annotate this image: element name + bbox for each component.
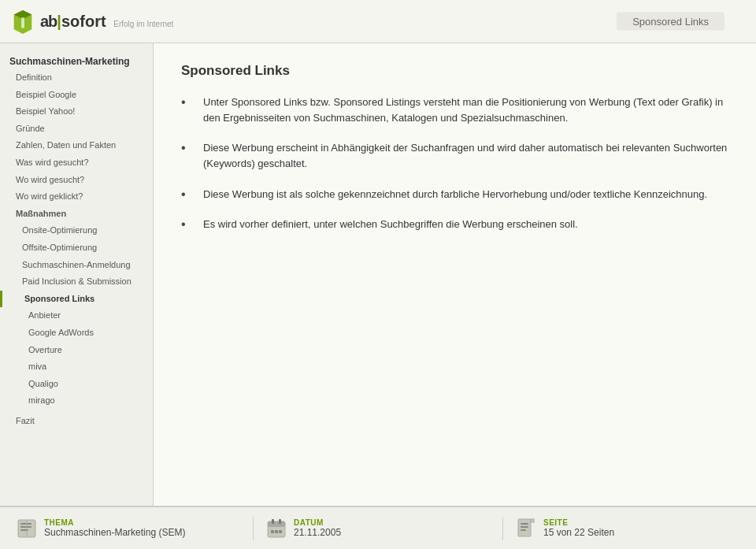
svg-rect-2	[21, 17, 24, 28]
sidebar-item-google-adwords[interactable]: Google AdWords	[0, 325, 153, 342]
footer-datum: Datum 21.11.2005	[265, 517, 491, 540]
svg-rect-10	[272, 519, 274, 524]
logo-text: ab|sofort Erfolg im Internet	[40, 13, 173, 31]
footer-datum-icon	[265, 517, 287, 540]
footer-datum-label: Datum	[294, 518, 341, 527]
sidebar-item-mirago[interactable]: mirago	[0, 392, 153, 410]
bullet-dot-2: •	[181, 142, 195, 154]
list-item: • Diese Werbung ist als solche gekennzei…	[181, 187, 728, 202]
footer-seite-icon	[515, 517, 537, 540]
footer-thema-icon	[16, 517, 38, 540]
content-title: Sponsored Links	[181, 63, 728, 79]
sidebar-item-anbieter[interactable]: Anbieter	[0, 307, 153, 325]
sidebar-item-gruende[interactable]: Gründe	[0, 121, 153, 138]
sidebar-item-definition[interactable]: Definition	[0, 69, 153, 87]
sidebar: Suchmaschinen-Marketing Definition Beisp…	[0, 43, 154, 506]
svg-rect-4	[20, 523, 32, 525]
svg-rect-5	[20, 526, 32, 528]
sidebar-item-wo-gesucht[interactable]: Wo wird gesucht?	[0, 172, 153, 189]
footer-seite: Seite 15 von 22 Seiten	[515, 517, 740, 540]
footer-datum-labels: Datum 21.11.2005	[294, 518, 341, 538]
content-area: Sponsored Links • Unter Sponsored Links …	[154, 43, 756, 506]
header-title: Sponsored Links	[617, 13, 724, 31]
footer-divider-2	[502, 517, 503, 540]
sidebar-item-fazit[interactable]: Fazit	[0, 413, 153, 430]
list-item: • Es wird vorher definiert, unter welche…	[181, 217, 728, 232]
footer-thema-value: Suchmaschinen-Marketing (SEM)	[44, 527, 185, 538]
footer-thema-labels: Thema Suchmaschinen-Marketing (SEM)	[44, 518, 185, 538]
svg-rect-14	[279, 530, 282, 533]
svg-rect-13	[275, 530, 278, 533]
footer-thema-label: Thema	[44, 518, 185, 527]
bullet-dot-1: •	[181, 96, 195, 109]
svg-rect-17	[521, 526, 528, 528]
sidebar-item-was-gesucht[interactable]: Was wird gesucht?	[0, 154, 153, 172]
sidebar-item-sponsored-links[interactable]: Sponsored Links	[0, 291, 153, 308]
sidebar-item-miva[interactable]: miva	[0, 358, 153, 376]
svg-rect-11	[279, 519, 281, 524]
sidebar-item-beispiel-yahoo[interactable]: Beispiel Yahoo!	[0, 103, 153, 121]
sidebar-item-beispiel-google[interactable]: Beispiel Google	[0, 87, 153, 104]
logo-tagline: Erfolg im Internet	[113, 20, 173, 28]
svg-rect-9	[268, 521, 285, 527]
logo-area: ab|sofort Erfolg im Internet	[12, 9, 173, 34]
bullet-dot-4: •	[181, 218, 195, 231]
sidebar-item-overture[interactable]: Overture	[0, 342, 153, 359]
svg-rect-12	[271, 530, 274, 533]
footer-datum-value: 21.11.2005	[294, 527, 341, 538]
footer-seite-label: Seite	[543, 518, 614, 527]
sidebar-item-paid-inclusion[interactable]: Paid Inclusion & Submission	[0, 273, 153, 291]
sidebar-item-onsite[interactable]: Onsite-Optimierung	[0, 222, 153, 239]
logo-icon	[12, 9, 34, 34]
sidebar-item-massnahmen[interactable]: Maßnahmen	[0, 206, 153, 223]
sidebar-item-wo-geklickt[interactable]: Wo wird geklickt?	[0, 188, 153, 206]
sidebar-item-zahlen[interactable]: Zahlen, Daten und Fakten	[0, 137, 153, 154]
bullet-text-4: Es wird vorher definiert, unter welchen …	[203, 217, 728, 232]
list-item: • Unter Sponsored Links bzw. Sponsored L…	[181, 95, 728, 126]
footer-divider-1	[253, 517, 254, 540]
sidebar-item-offsite[interactable]: Offsite-Optimierung	[0, 239, 153, 257]
main-container: Suchmaschinen-Marketing Definition Beisp…	[0, 43, 756, 506]
footer-seite-value: 15 von 22 Seiten	[543, 527, 614, 538]
sidebar-item-anmeldung[interactable]: Suchmaschinen-Anmeldung	[0, 257, 153, 274]
svg-rect-20	[531, 519, 534, 522]
bullet-text-2: Diese Werbung erscheint in Abhängigkeit …	[203, 140, 728, 172]
sidebar-item-qualigo[interactable]: Qualigo	[0, 376, 153, 393]
bullet-text-3: Diese Werbung ist als solche gekennzeich…	[203, 187, 728, 202]
bullet-dot-3: •	[181, 188, 195, 201]
footer-seite-labels: Seite 15 von 22 Seiten	[543, 518, 614, 538]
list-item: • Diese Werbung erscheint in Abhängigkei…	[181, 140, 728, 172]
sidebar-section-title: Suchmaschinen-Marketing	[0, 51, 153, 69]
svg-rect-16	[521, 523, 528, 525]
header: ab|sofort Erfolg im Internet Sponsored L…	[0, 0, 756, 43]
footer: Thema Suchmaschinen-Marketing (SEM) Datu…	[0, 506, 756, 549]
footer-thema: Thema Suchmaschinen-Marketing (SEM)	[16, 517, 241, 540]
bullet-text-1: Unter Sponsored Links bzw. Sponsored Lis…	[203, 95, 728, 126]
svg-rect-18	[521, 529, 526, 531]
bullet-list: • Unter Sponsored Links bzw. Sponsored L…	[181, 95, 728, 232]
